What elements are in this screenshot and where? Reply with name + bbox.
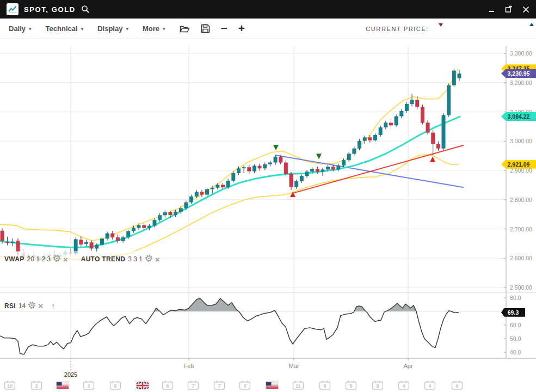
menu-display[interactable]: Display ▾ [97, 24, 128, 33]
svg-text:9: 9 [114, 383, 116, 389]
calendar-event-icon[interactable]: 8 [372, 381, 384, 390]
arrow-down-icon [439, 23, 443, 27]
titlebar: SPOT, GOLD [0, 0, 536, 19]
zoom-out-minus-icon[interactable]: − [221, 22, 227, 34]
menu-display-label: Display [97, 24, 122, 33]
menu-daily[interactable]: Daily ▾ [9, 24, 32, 33]
svg-text:7: 7 [218, 383, 220, 389]
svg-text:8: 8 [376, 383, 379, 389]
svg-text:3: 3 [87, 383, 90, 389]
arrow-up-icon [529, 23, 534, 26]
autotrend-remove-icon[interactable]: × [155, 255, 160, 264]
svg-text:2: 2 [35, 383, 38, 389]
ask-price-badge: 3231.2s [487, 21, 536, 36]
svg-text:6: 6 [455, 383, 458, 389]
search-icon[interactable] [81, 5, 90, 14]
price-chart-canvas[interactable] [0, 0, 536, 392]
vwap-remove-icon[interactable]: × [63, 255, 68, 264]
calendar-event-icon[interactable]: 8 [319, 381, 331, 390]
calendar-event-icon[interactable]: 5 [346, 381, 357, 390]
ask-price-value: 3231.2 [497, 24, 522, 33]
svg-text:7: 7 [192, 383, 194, 389]
chevron-down-icon: ▾ [126, 26, 128, 32]
rsi-remove-icon[interactable]: × [38, 302, 43, 310]
popout-window-icon[interactable] [505, 5, 513, 13]
calendar-event-icon[interactable]: 3 [83, 381, 95, 390]
close-icon[interactable] [522, 6, 529, 13]
calendar-event-icon[interactable]: 7 [214, 381, 225, 390]
menu-more-label: More [143, 24, 159, 33]
calendar-event-icon[interactable]: 5 [239, 381, 251, 390]
rsi-settings-gear-icon[interactable] [28, 302, 35, 310]
svg-text:6: 6 [166, 383, 169, 389]
bid-price-badge: 3230.6s [435, 21, 484, 36]
svg-text:8: 8 [323, 383, 326, 389]
us-flag-icon[interactable] [266, 382, 279, 389]
us-flag-icon[interactable] [57, 382, 69, 389]
calendar-event-icon[interactable]: 9 [110, 381, 121, 390]
menu-technical[interactable]: Technical ▾ [46, 24, 84, 33]
menu-technical-label: Technical [46, 24, 78, 33]
calendar-event-icon[interactable]: 2 [31, 381, 42, 390]
svg-text:4: 4 [428, 383, 431, 389]
menu-more[interactable]: More ▾ [143, 24, 165, 33]
calendar-event-icon[interactable]: 6 [452, 381, 463, 390]
zoom-in-plus-icon[interactable]: + [238, 22, 245, 34]
current-price-label: CURRENT PRICE: [366, 26, 429, 32]
folder-open-icon[interactable] [180, 24, 190, 33]
trading-app-window: SPOT, GOLD [0, 0, 536, 392]
svg-text:5: 5 [243, 383, 246, 389]
symbol-title: SPOT, GOLD [24, 5, 76, 14]
floppy-save-icon[interactable] [201, 24, 210, 33]
vwap-settings-gear-icon[interactable] [53, 255, 60, 264]
svg-text:11: 11 [295, 383, 301, 389]
calendar-event-icon[interactable]: 4 [398, 381, 410, 390]
uk-flag-icon[interactable] [137, 382, 149, 389]
calendar-event-icon[interactable]: 6 [162, 381, 174, 390]
svg-text:5: 5 [349, 383, 352, 389]
line-chart-icon [7, 3, 19, 15]
minimize-icon[interactable] [489, 6, 495, 13]
svg-text:4: 4 [402, 383, 405, 389]
rsi-move-up-icon[interactable]: ↑ [51, 301, 56, 310]
autotrend-settings-gear-icon[interactable] [145, 255, 152, 264]
chevron-down-icon: ▾ [81, 26, 84, 32]
svg-text:10: 10 [7, 383, 13, 389]
calendar-event-icon[interactable]: 11 [293, 381, 304, 390]
calendar-event-icon[interactable]: 7 [188, 381, 199, 390]
chevron-down-icon: ▾ [29, 26, 32, 32]
calendar-event-icon[interactable]: 4 [424, 381, 436, 390]
menu-daily-label: Daily [9, 24, 26, 33]
bid-price-value: 3230.6 [446, 24, 471, 33]
chevron-down-icon: ▾ [163, 26, 165, 32]
calendar-event-icon[interactable]: 10 [4, 381, 16, 390]
window-controls [489, 5, 529, 13]
toolbar: Daily ▾ Technical ▾ Display ▾ More ▾ [0, 19, 536, 39]
